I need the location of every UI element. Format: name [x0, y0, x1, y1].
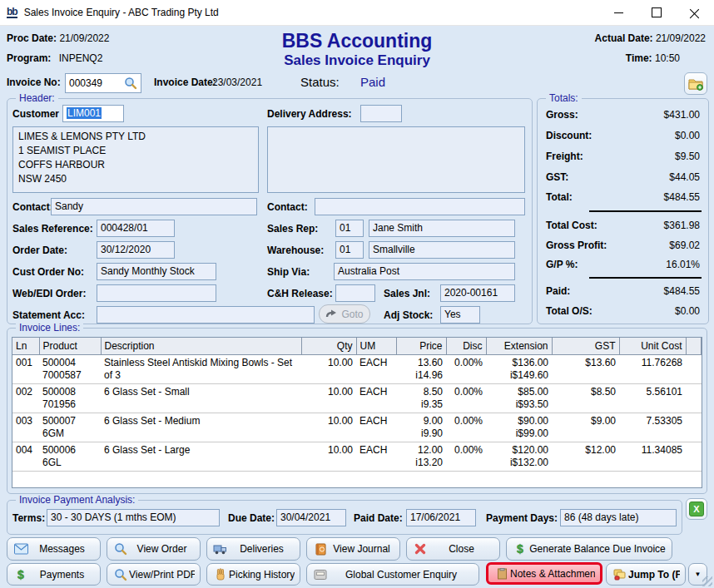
actual-date-value: 21/09/2022 [656, 32, 706, 44]
jump-to-button[interactable]: Jump To (F8) [606, 563, 686, 586]
gst-value: $44.05 [669, 171, 700, 183]
cust-order-no-label: Cust Order No: [12, 266, 84, 278]
dollar-icon: $ [512, 542, 528, 556]
col-extension[interactable]: Extension [486, 338, 552, 355]
paid-label: Paid: [546, 285, 570, 297]
table-row[interactable]: 002 500008701956 6 Glass Set - Small 10.… [12, 384, 702, 413]
close-window-button[interactable] [676, 0, 714, 25]
view-print-pdf-button[interactable]: View/Print PDF [107, 563, 201, 586]
ship-via-input[interactable]: Australia Post [334, 263, 515, 280]
app-logo-icon: bb [7, 7, 17, 18]
col-price[interactable]: Price [396, 338, 446, 355]
gross-profit-value: $69.02 [669, 240, 700, 251]
time: Time: 10:50 [626, 52, 680, 64]
deliveries-label: Deliveries [229, 543, 295, 555]
view-order-button[interactable]: View Order [107, 537, 201, 561]
view-journal-button[interactable]: View Journal [306, 537, 400, 561]
invoice-no-input[interactable]: 000349 [65, 73, 141, 93]
due-date-input[interactable]: 30/04/2021 [276, 509, 346, 526]
deliveries-button[interactable]: Deliveries [206, 537, 300, 561]
col-ln[interactable]: Ln [12, 338, 39, 355]
delivery-contact-input[interactable] [315, 198, 525, 215]
table-row[interactable]: 001 5000047000587 Stainless Steel Antisk… [12, 355, 702, 384]
paid-date-input[interactable]: 17/06/2021 [406, 509, 476, 526]
col-um[interactable]: UM [356, 338, 396, 355]
payments-button[interactable]: $ Payments [7, 563, 101, 586]
sales-reference-label: Sales Reference: [12, 223, 93, 235]
delivery-contact-label: Contact: [267, 201, 308, 213]
messages-button[interactable]: Messages [7, 537, 101, 561]
col-gst[interactable]: GST [552, 338, 619, 355]
header-group: Header: Customer LIM001 Delivery Address… [7, 98, 533, 324]
minimize-button[interactable] [599, 0, 637, 25]
invoice-lines-table[interactable]: Ln Product Description Qty UM Price Disc… [12, 337, 702, 488]
generate-balance-due-invoice-label: Generate Balance Due Invoice [528, 543, 667, 555]
warehouse-code-input[interactable]: 01 [335, 241, 364, 259]
goto-button[interactable]: Goto [319, 304, 370, 324]
sales-rep-name-input[interactable]: Jane Smith [369, 220, 515, 237]
warehouse-name-input[interactable]: Smallville [369, 241, 515, 259]
goto-arrow-icon [325, 309, 337, 319]
generate-balance-due-invoice-button[interactable]: $ Generate Balance Due Invoice [506, 537, 672, 561]
new-attachment-button[interactable] [684, 72, 707, 95]
payment-days-input[interactable]: 86 (48 days late) [560, 509, 677, 526]
ch-release-input[interactable] [335, 284, 375, 302]
cust-order-no-input[interactable]: Sandy Monthly Stock [97, 263, 216, 280]
picking-history-label: Picking History [229, 569, 295, 581]
notes-attachments-button[interactable]: Notes & Attachments [486, 562, 602, 585]
adj-stock-input[interactable]: Yes [440, 306, 480, 324]
export-excel-button[interactable]: X [686, 498, 707, 520]
totals-gp-row: G/P %:16.01% [546, 259, 700, 270]
col-unit-cost[interactable]: Unit Cost [619, 338, 686, 355]
window-title: Sales Invoice Enquiry - ABC Trading Pty … [24, 7, 219, 18]
delivery-address-box[interactable] [267, 126, 525, 193]
sales-jnl-input[interactable]: 2020-00161 [440, 284, 515, 302]
sales-rep-code-input[interactable]: 01 [335, 220, 364, 237]
statement-acc-label: Statement Acc: [12, 309, 85, 321]
customer-code-input[interactable]: LIM001 [62, 105, 124, 122]
notes-attachments-label: Notes & Attachments [510, 568, 595, 580]
table-row[interactable]: 004 5000066GL 6 Glass Set - Large 10.00 … [12, 442, 702, 472]
totals-gross-row: Gross:$431.00 [546, 109, 700, 121]
contact-input[interactable]: Sandy [51, 198, 257, 215]
col-description[interactable]: Description [101, 338, 301, 355]
web-edi-input[interactable] [97, 284, 216, 302]
titlebar: bb Sales Invoice Enquiry - ABC Trading P… [0, 0, 714, 26]
warehouse-name-value: Smallville [373, 244, 415, 255]
col-qty[interactable]: Qty [301, 338, 356, 355]
web-edi-label: Web/EDI Order: [12, 288, 86, 299]
order-date-input[interactable]: 30/12/2020 [97, 241, 175, 259]
view-print-pdf-label: View/Print PDF [129, 569, 195, 581]
ship-via-label: Ship Via: [267, 266, 310, 278]
close-button[interactable]: Close [406, 537, 500, 561]
col-disc[interactable]: Disc [446, 338, 486, 355]
sales-reference-input[interactable]: 000428/01 [97, 220, 175, 237]
total-label: Total: [546, 191, 573, 203]
totals-paid-row: Paid:$484.55 [546, 285, 700, 297]
app-title: BBS Accounting [232, 30, 482, 52]
payment-analysis-group: Invoice Payment Analysis: Terms: 30 - 30… [7, 500, 682, 535]
picking-history-button[interactable]: Picking History [206, 563, 300, 586]
maximize-icon [652, 7, 662, 17]
col-product[interactable]: Product [39, 338, 101, 355]
invoice-date-label: Invoice Date: [154, 77, 216, 88]
totals-gst-row: GST:$44.05 [546, 171, 700, 183]
ch-release-label: C&H Release: [267, 288, 333, 299]
customer-address-box[interactable]: LIMES & LEMONS PTY LTD 1 SEAMIST PLACE C… [12, 126, 259, 193]
statement-acc-input[interactable] [97, 306, 315, 324]
terms-input[interactable]: 30 - 30 DAYS (1 mths EOM) [47, 509, 220, 526]
gp-percent-value: 16.01% [666, 259, 700, 270]
freight-label: Freight: [546, 151, 583, 162]
adj-stock-label: Adj Stock: [384, 309, 433, 321]
totals-freight-row: Freight:$9.50 [546, 151, 700, 162]
time-value: 10:50 [655, 52, 680, 64]
maximize-button[interactable] [637, 0, 676, 25]
invoice-search-icon[interactable] [124, 77, 137, 90]
truck-icon [212, 543, 229, 555]
gross-value: $431.00 [664, 109, 700, 121]
view-order-label: View Order [129, 543, 195, 555]
global-customer-enquiry-button[interactable]: Global Customer Enquiry [306, 563, 479, 586]
delivery-code-input[interactable] [360, 105, 402, 122]
table-row[interactable]: 003 5000076GM 6 Glass Set - Medium 10.00… [12, 413, 702, 442]
resize-grip[interactable] [702, 576, 712, 586]
